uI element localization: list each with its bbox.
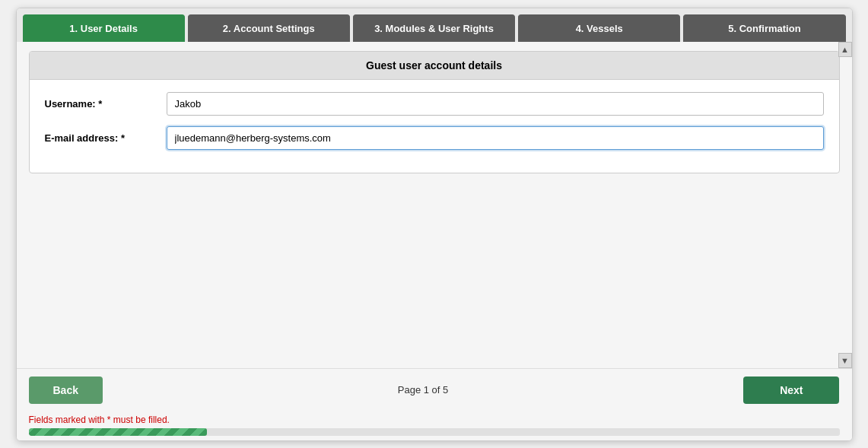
required-note: Fields marked with * must be filled.	[29, 415, 840, 425]
tab-account-settings[interactable]: 2. Account Settings	[188, 14, 350, 42]
section-body: Username: * E-mail address: *	[30, 80, 839, 173]
progress-bar-outer	[29, 428, 840, 436]
scroll-down-button[interactable]: ▼	[838, 353, 852, 368]
tab-modules-user-rights[interactable]: 3. Modules & User Rights	[353, 14, 515, 42]
email-label: E-mail address: *	[45, 132, 167, 144]
section-title: Guest user account details	[30, 52, 839, 80]
email-row: E-mail address: *	[45, 126, 824, 150]
progress-bar-inner	[29, 428, 208, 436]
section-card: Guest user account details Username: * E…	[29, 51, 840, 173]
scroll-area: ▲ Guest user account details Username: *…	[17, 42, 852, 368]
bottom-bar: Fields marked with * must be filled.	[17, 411, 852, 440]
tab-vessels[interactable]: 4. Vessels	[518, 14, 680, 42]
dialog: 1. User Details 2. Account Settings 3. M…	[16, 8, 853, 441]
username-row: Username: *	[45, 92, 824, 116]
back-button[interactable]: Back	[29, 377, 103, 404]
content-area: ▲ Guest user account details Username: *…	[17, 42, 852, 440]
username-label: Username: *	[45, 98, 167, 110]
next-button[interactable]: Next	[743, 377, 839, 404]
scroll-up-button[interactable]: ▲	[838, 42, 852, 57]
step-tabs: 1. User Details 2. Account Settings 3. M…	[17, 8, 852, 42]
tab-confirmation[interactable]: 5. Confirmation	[683, 14, 845, 42]
footer: Back Page 1 of 5 Next	[17, 368, 852, 411]
email-input[interactable]	[167, 126, 824, 150]
username-input[interactable]	[167, 92, 824, 116]
tab-user-details[interactable]: 1. User Details	[23, 14, 185, 42]
page-info: Page 1 of 5	[398, 384, 449, 396]
